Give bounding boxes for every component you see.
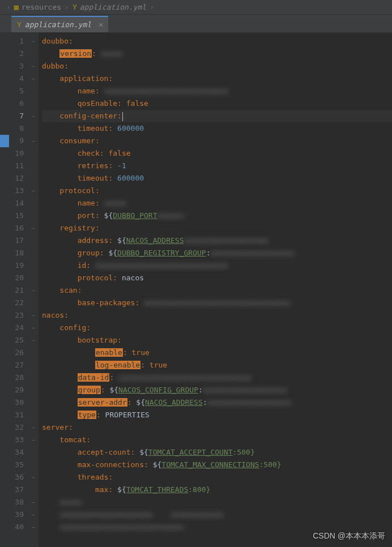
fold-marker[interactable]: – xyxy=(28,496,39,508)
code-line[interactable]: tomcat: xyxy=(42,434,392,446)
fold-marker xyxy=(28,484,39,496)
tab-application-yml[interactable]: Y application.yml × xyxy=(11,16,108,32)
code-line[interactable]: retries: -1 xyxy=(42,160,392,172)
breadcrumb-file[interactable]: application.yml xyxy=(80,3,146,11)
line-number: 37 xyxy=(0,484,24,496)
token-var: NACOS_ADDRESS xyxy=(145,398,203,407)
fold-marker[interactable]: – xyxy=(28,135,39,147)
code-line[interactable]: type: PROPERTIES xyxy=(42,409,392,421)
code-line[interactable]: nacos: xyxy=(42,309,392,322)
code-line[interactable]: timeout: 600000 xyxy=(42,172,392,185)
code-line[interactable]: dubbo: xyxy=(42,60,392,72)
code-line[interactable]: xxxxxxxxxxxxxxxxxxxxx xxxxxxxxxxxx xyxy=(42,508,392,521)
token-colon: : xyxy=(100,149,104,157)
code-line[interactable]: group: ${NACOS_CONFIG_GROUP:xxxxxxxxxxxx… xyxy=(42,384,392,396)
code-line[interactable]: threads: xyxy=(42,471,392,484)
code-line[interactable]: timeout: 600000 xyxy=(42,122,392,135)
code-line[interactable]: log-enable: true xyxy=(42,359,392,371)
code-area[interactable]: doubbo: version: xxxxxdubbo: application… xyxy=(39,33,392,547)
code-line[interactable]: bootstrap: xyxy=(42,334,392,347)
close-icon[interactable]: × xyxy=(98,20,103,29)
token-key: application xyxy=(59,74,108,83)
fold-marker[interactable]: – xyxy=(28,508,39,521)
code-line[interactable]: xxxxx xyxy=(42,496,392,508)
token-key: port xyxy=(78,211,95,220)
token-key-sel: enable xyxy=(95,348,123,357)
fold-marker xyxy=(28,210,39,222)
code-line[interactable]: doubbo: xyxy=(42,35,392,48)
fold-marker[interactable]: – xyxy=(28,185,39,197)
line-number: 5 xyxy=(0,85,24,97)
token-plain: ${ xyxy=(105,386,118,394)
token-var: DUBBO_REGISTRY_GROUP xyxy=(117,249,206,257)
token-plain xyxy=(117,274,122,282)
code-line[interactable]: max: ${TOMCAT_THREADS:800} xyxy=(42,484,392,496)
line-number: 23 xyxy=(0,309,24,322)
fold-marker xyxy=(28,272,39,284)
code-line[interactable]: config-center: xyxy=(42,110,392,122)
token-key-sel: version xyxy=(59,49,92,58)
code-editor[interactable]: 1234567891011121314151617181920212223242… xyxy=(0,33,392,547)
code-line[interactable]: max-connections: ${TOMCAT_MAX_CONNECTION… xyxy=(42,459,392,471)
code-line[interactable]: port: ${DUBBO_PORTxxxxxx xyxy=(42,210,392,222)
token-colon: : xyxy=(95,224,100,232)
fold-column[interactable]: ––––––––––––––––– xyxy=(28,33,39,547)
fold-marker[interactable]: – xyxy=(28,110,39,122)
line-number: 13 xyxy=(0,185,24,197)
breadcrumb-folder[interactable]: resources xyxy=(22,3,61,11)
token-key: doubbo xyxy=(42,37,69,45)
token-plain xyxy=(145,361,150,369)
fold-marker[interactable]: – xyxy=(28,434,39,446)
code-line[interactable]: data-id: xxxxxxxxxxxxxxxxxxxxxxxxxxxxxx xyxy=(42,371,392,384)
token-colon: : xyxy=(95,87,100,95)
fold-marker[interactable]: – xyxy=(28,222,39,234)
token-plain xyxy=(114,373,118,382)
token-str: PROPERTIES xyxy=(105,411,150,419)
code-line[interactable]: enable: true xyxy=(42,347,392,359)
fold-marker[interactable]: – xyxy=(28,322,39,334)
token-plain xyxy=(113,124,117,133)
fold-marker[interactable]: – xyxy=(28,421,39,434)
fold-marker[interactable]: – xyxy=(28,60,39,72)
fold-marker[interactable]: – xyxy=(28,309,39,322)
code-line[interactable]: accept-count: ${TOMCAT_ACCEPT_COUNT:500} xyxy=(42,446,392,459)
fold-marker[interactable]: – xyxy=(28,521,39,533)
chevron-icon: › xyxy=(150,3,154,11)
line-number: 8 xyxy=(0,122,24,135)
code-line[interactable]: server: xyxy=(42,421,392,434)
code-line[interactable]: check: false xyxy=(42,147,392,160)
code-line[interactable]: base-packages: xxxxxxxxxxxxxxxxxxxxxxxxx… xyxy=(42,297,392,309)
code-line[interactable]: config: xyxy=(42,322,392,334)
code-line[interactable]: version: xxxxx xyxy=(42,48,392,60)
line-number: 15 xyxy=(0,210,24,222)
line-marker[interactable] xyxy=(0,135,9,147)
code-line[interactable]: registry: xyxy=(42,222,392,234)
code-line[interactable]: scan: xyxy=(42,284,392,297)
code-line[interactable]: consumer: xyxy=(42,135,392,147)
code-line[interactable]: qosEnable: false xyxy=(42,97,392,110)
code-line[interactable]: protocol: nacos xyxy=(42,272,392,284)
token-key: config xyxy=(59,323,86,332)
token-key: group xyxy=(78,249,100,257)
code-line[interactable]: application: xyxy=(42,72,392,85)
token-key: protocol xyxy=(59,186,95,195)
code-line[interactable]: protocol: xyxy=(42,185,392,197)
token-blur: xxxxxxxxxxxxxxxxxxx xyxy=(184,236,268,245)
token-default: :500} xyxy=(259,460,282,469)
fold-marker[interactable]: – xyxy=(28,284,39,297)
token-key: timeout xyxy=(78,124,109,133)
fold-marker xyxy=(28,122,39,135)
token-blur: xxxxxxxxxxxxxxxxxxxxxxxxxxxxxxxxx xyxy=(144,298,290,307)
code-line[interactable]: id: xxxxxxxxxxxxxxxxxxxxxxxxxxxxxx xyxy=(42,259,392,272)
fold-marker[interactable]: – xyxy=(28,471,39,484)
code-line[interactable]: name: xxxxxxxxxxxxxxxxxxxxxxxxxxxx xyxy=(42,85,392,97)
code-line[interactable]: server-addr: ${NACOS_ADDRESS:xxxxxxxxxxx… xyxy=(42,396,392,409)
code-line[interactable]: address: ${NACOS_ADDRESSxxxxxxxxxxxxxxxx… xyxy=(42,234,392,247)
line-number: 21 xyxy=(0,284,24,297)
fold-marker[interactable]: – xyxy=(28,72,39,85)
code-line[interactable]: group: ${DUBBO_REGISTRY_GROUP:xxxxxxxxxx… xyxy=(42,247,392,259)
token-bool: true xyxy=(132,348,150,357)
code-line[interactable]: name: xxxxx xyxy=(42,197,392,210)
fold-marker[interactable]: – xyxy=(28,334,39,347)
fold-marker[interactable]: – xyxy=(28,35,39,48)
